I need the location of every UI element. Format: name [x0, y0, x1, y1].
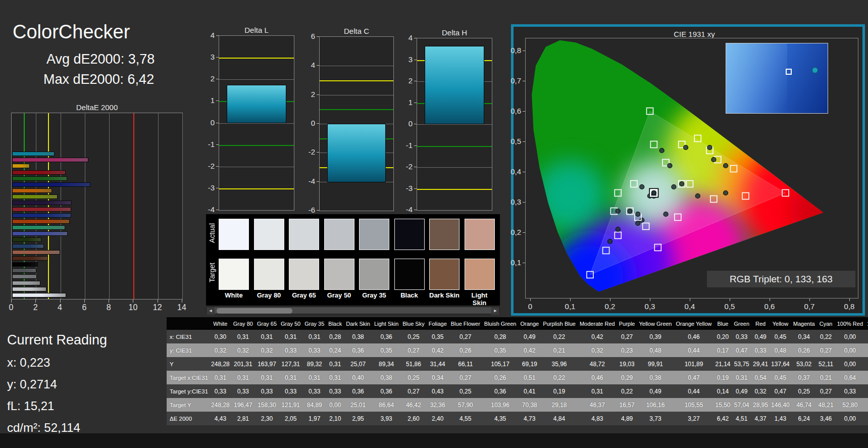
table-cell: 2,40	[427, 412, 449, 425]
delta-bar	[425, 46, 484, 124]
axis-tick	[60, 300, 61, 303]
swatch-scrollbar[interactable]: ◄ ►	[206, 307, 500, 314]
swatch-label: Gray 80	[254, 291, 284, 299]
ref-line-yellow	[320, 80, 393, 81]
axis-tick-label: 4	[396, 33, 413, 42]
table-cell: 0,00	[835, 412, 865, 425]
cie-x-tick-label: 0,4	[683, 302, 697, 311]
row-label: Target y:CIE31	[167, 384, 210, 398]
table-cell: 0,36	[372, 384, 400, 398]
table-cell: 0,49	[518, 330, 541, 343]
table-cell: 4,37	[751, 412, 770, 425]
cie-x-tick-label: 0,6	[762, 302, 777, 311]
axis-tick	[317, 65, 319, 66]
scrollbar-thumb[interactable]	[217, 308, 292, 314]
cie-y-tick-label: 0,5	[507, 137, 521, 145]
table-cell: 0,35	[427, 330, 449, 343]
swatch-label: White	[219, 291, 249, 299]
rgb-triplet-readout: RGB Triplet: 0, 133, 163	[707, 271, 855, 287]
table-cell: 32,36	[427, 398, 449, 412]
table-cell: 248,28	[210, 398, 231, 412]
table-cell: 0,33	[231, 384, 255, 398]
table-header-row: WhiteGray 80Gray 65Gray 50Gray 35BlackDa…	[167, 317, 868, 330]
current-reading-cdm2: cd/m²: 52,114	[7, 421, 80, 435]
table-cell: 0,27	[400, 343, 426, 357]
table-cell: 0,33	[210, 384, 231, 398]
cie-y-tick-label: 0,4	[507, 167, 521, 176]
table-cell: 2,60	[400, 412, 426, 425]
ref-line-yellow	[219, 188, 294, 189]
column-header-yellow-green: Yellow Green	[637, 317, 674, 330]
scrollbar-right-arrow-icon[interactable]: ►	[491, 307, 499, 315]
table-cell: 70,38	[518, 398, 541, 412]
table-cell: 3,93	[372, 412, 400, 425]
measured-marker-dark-skin	[680, 182, 684, 186]
target-swatch-gray-35	[359, 259, 389, 290]
table-cell: 0,36	[344, 384, 372, 398]
delta-chart-delta-l	[219, 35, 294, 211]
table-cell: 0,42	[578, 330, 617, 343]
table-cell: 2,10	[326, 412, 344, 425]
cie-x-tick-label: 0,1	[563, 302, 577, 311]
table-cell: 0,25	[791, 384, 817, 398]
table-cell: 0,47	[674, 371, 714, 384]
table-cell: 0,33	[302, 384, 326, 398]
table-cell: 0,46	[674, 330, 714, 343]
axis-tick-label: 6	[299, 32, 315, 40]
axis-tick-label: 0	[198, 118, 215, 127]
table-cell: 1,43	[770, 412, 791, 425]
actual-swatch-white	[219, 219, 249, 250]
measured-marker-purplish-blue	[616, 227, 620, 232]
cie-y-tick	[523, 141, 525, 142]
axis-tick-label: -1	[396, 141, 413, 150]
table-cell: 0,20	[713, 330, 732, 343]
cie-x-tick	[650, 298, 650, 301]
table-cell: 0,21	[541, 343, 578, 357]
actual-swatch-gray-65	[289, 219, 319, 250]
measured-marker-blue-sky	[628, 209, 632, 214]
column-header-orange-yellow: Orange Yellow	[674, 317, 714, 330]
table-cell: 57,04	[732, 398, 751, 412]
axis-tick-label: -2	[299, 147, 315, 156]
column-header-red: Red	[751, 317, 770, 330]
table-cell: 0,41	[518, 384, 541, 398]
table-cell: 0,49	[751, 330, 770, 343]
table-cell: 0,31	[326, 357, 344, 371]
table-cell: 1,97	[302, 412, 326, 425]
table-cell: 3,27	[674, 412, 714, 425]
target-swatch-black	[394, 259, 425, 290]
cie-x-tick	[730, 298, 730, 301]
axis-tick-label: 2	[30, 303, 40, 312]
axis-tick	[216, 57, 219, 58]
target-swatch-gray-50	[324, 259, 354, 290]
de-bar-blue-flower	[12, 231, 68, 236]
gridline	[182, 113, 183, 299]
table-cell: 0,23	[617, 343, 637, 357]
cie-x-tick-label: 0,8	[842, 302, 856, 311]
bottom-bar	[0, 433, 868, 448]
table-cell: 2,95	[344, 412, 372, 425]
table-cell: 69,19	[518, 357, 541, 371]
table-cell: 0,31	[302, 371, 326, 384]
column-header-blue-sky: Blue Sky	[400, 317, 426, 330]
table-cell: 0,30	[865, 371, 868, 384]
table-cell: 25,01	[344, 398, 372, 412]
cie-y-tick-label: 0,6	[507, 107, 521, 115]
table-row-target-y: Target Y248,28196,47158,30121,9184,890,0…	[167, 398, 868, 412]
axis-tick-label: -6	[299, 206, 315, 214]
de-bar-foliage	[12, 237, 41, 242]
table-cell: 0,22	[541, 330, 578, 343]
axis-tick-label: 3	[198, 53, 215, 61]
table-cell: 0,38	[344, 330, 372, 343]
table-cell: 29,18	[541, 398, 578, 412]
axis-tick	[414, 103, 417, 103]
table-row-target-y-cie31: Target y:CIE310,330,330,330,330,330,330,…	[167, 384, 868, 398]
ref-line-yellow	[48, 113, 49, 299]
table-cell: 0,36	[344, 343, 372, 357]
table-cell: 0,27	[817, 384, 835, 398]
axis-tick-label: -1	[198, 140, 215, 148]
table-cell: 0,00	[326, 398, 344, 412]
table-cell: 0,42	[518, 343, 541, 357]
scrollbar-left-arrow-icon[interactable]: ◄	[207, 307, 215, 315]
axis-tick	[317, 123, 319, 124]
